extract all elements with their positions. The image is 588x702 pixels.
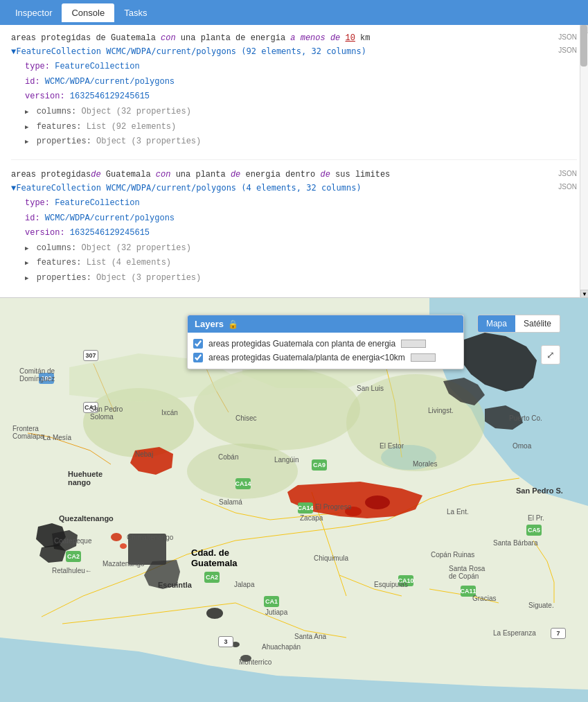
scrollbar-track[interactable]: ▲ ▼ (580, 25, 588, 298)
tree-expand-features-2[interactable]: features: List (4 elements) (11, 256, 577, 271)
satellite-button[interactable]: Satélite (515, 315, 560, 332)
console-content: areas protegidas de Guatemala con una pl… (0, 25, 588, 298)
console-block-2: areas protegidasde Guatemala con una pla… (11, 168, 577, 286)
tree-row: version: 1632546129245615 (11, 89, 577, 105)
expand-map-button[interactable]: ⤢ (541, 345, 560, 365)
tree-row: id: WCMC/WDPA/current/polygons (11, 75, 577, 90)
tree-expand-columns-2[interactable]: columns: Object (32 properties) (11, 241, 577, 256)
layers-header: Layers 🔒 (188, 315, 463, 333)
layers-body: areas protegidas Guatemala con planta de… (188, 333, 463, 369)
svg-point-10 (365, 495, 390, 509)
svg-point-12 (111, 533, 122, 541)
tree-row: id: WCMC/WDPA/current/polygons (11, 211, 577, 227)
svg-point-5 (187, 444, 298, 499)
layer-item-1: areas protegidas Guatemala/planta de ene… (193, 351, 458, 365)
top-panel: Inspector Console Tasks areas protegidas… (0, 0, 588, 298)
description-2: areas protegidasde Guatemala con una pla… (11, 168, 577, 182)
json-label-2a[interactable]: JSON (558, 168, 577, 179)
scroll-down-arrow[interactable]: ▼ (580, 290, 588, 298)
svg-rect-6 (128, 534, 166, 565)
tree-row: type: FeatureCollection (11, 60, 577, 75)
map-button[interactable]: Mapa (478, 315, 515, 332)
svg-point-9 (231, 642, 240, 647)
map-satellite-toggle: Mapa Satélite (477, 315, 560, 333)
svg-point-13 (120, 543, 127, 549)
tab-console[interactable]: Console (62, 3, 114, 22)
tab-bar: Inspector Console Tasks (0, 0, 588, 25)
scroll-thumb[interactable] (580, 25, 587, 67)
fc-header-2: ▼FeatureCollection WCMC/WDPA/current/pol… (11, 183, 577, 193)
json-label-1b[interactable]: JSON (558, 46, 577, 54)
layer-label-1: areas protegidas Guatemala/planta de ene… (208, 353, 405, 362)
tab-inspector[interactable]: Inspector (6, 3, 62, 22)
tree-row: version: 1632546129245615 (11, 226, 577, 241)
layer-checkbox-1[interactable] (193, 353, 203, 362)
tab-tasks[interactable]: Tasks (114, 3, 157, 22)
layer-label-0: areas protegidas Guatemala con planta de… (208, 339, 395, 349)
layers-panel: Layers 🔒 areas protegidas Guatemala con … (187, 315, 464, 369)
svg-point-11 (345, 507, 362, 516)
description-1: areas protegidas de Guatemala con una pl… (11, 32, 577, 45)
map-panel[interactable]: 190 307 307 CA1 CA2 CA2 CA14 CA14 CA9 CA… (0, 298, 588, 702)
svg-point-8 (240, 655, 251, 662)
layers-title: Layers (195, 319, 224, 329)
svg-point-7 (206, 608, 223, 619)
tree-expand-properties-1[interactable]: properties: Object (3 properties) (11, 134, 577, 150)
fc-header-1: ▼FeatureCollection WCMC/WDPA/current/pol… (11, 46, 577, 57)
lock-icon: 🔒 (228, 319, 238, 329)
tree-expand-columns-1[interactable]: columns: Object (32 properties) (11, 105, 577, 120)
layer-swatch-0 (401, 340, 426, 348)
tree-expand-properties-2[interactable]: properties: Object (3 properties) (11, 271, 577, 286)
console-block-1: areas protegidas de Guatemala con una pl… (11, 32, 577, 150)
tree-row: type: FeatureCollection (11, 196, 577, 211)
tree-expand-features-1[interactable]: features: List (92 elements) (11, 120, 577, 135)
layer-item-0: areas protegidas Guatemala con planta de… (193, 337, 458, 351)
layer-checkbox-0[interactable] (193, 339, 203, 349)
json-label-1a[interactable]: JSON (558, 32, 577, 43)
layer-swatch-1 (411, 353, 436, 362)
json-label-2b[interactable]: JSON (558, 183, 577, 191)
